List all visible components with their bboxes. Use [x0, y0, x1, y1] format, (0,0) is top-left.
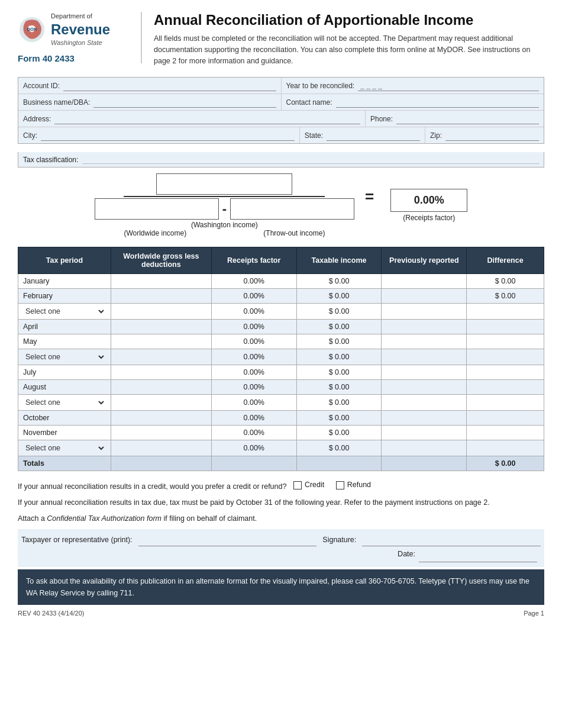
worldwide-cell[interactable] [111, 320, 211, 334]
period-cell[interactable]: Select oneJanuaryFebruaryMarchAprilMayJu… [18, 349, 111, 365]
previously-reported-input[interactable] [386, 323, 461, 331]
previously-reported-cell[interactable] [382, 274, 467, 289]
previously-reported-cell[interactable] [382, 380, 467, 395]
taxable-cell: $ 0.00 [296, 304, 382, 320]
period-cell[interactable]: Select oneJanuaryFebruaryMarchAprilMayJu… [18, 440, 111, 456]
throwout-income-box[interactable] [230, 198, 354, 220]
previously-reported-input[interactable] [386, 277, 461, 285]
period-cell[interactable]: October [18, 411, 111, 426]
previously-reported-input[interactable] [386, 383, 461, 391]
worldwide-cell[interactable] [111, 395, 211, 411]
period-cell[interactable]: February [18, 289, 111, 304]
taxable-cell: $ 0.00 [296, 395, 382, 411]
contact-input[interactable] [336, 96, 539, 108]
city-input[interactable] [41, 130, 295, 141]
worldwide-cell[interactable] [111, 304, 211, 320]
year-input[interactable] [358, 80, 539, 91]
receipts-cell: 0.00% [211, 395, 296, 411]
worldwide-input[interactable] [116, 368, 206, 376]
previously-reported-cell[interactable] [382, 349, 467, 365]
worldwide-cell[interactable] [111, 334, 211, 349]
period-cell[interactable]: April [18, 320, 111, 334]
date-input[interactable] [419, 550, 537, 562]
state-input[interactable] [327, 130, 420, 141]
worldwide-input[interactable] [116, 353, 206, 361]
worldwide-input[interactable] [116, 383, 206, 391]
previously-reported-cell[interactable] [382, 365, 467, 380]
previously-reported-input[interactable] [386, 368, 461, 376]
worldwide-cell[interactable] [111, 411, 211, 426]
fraction-labels: (Washington income) [124, 221, 325, 229]
period-cell[interactable]: July [18, 365, 111, 380]
worldwide-input[interactable] [116, 307, 206, 315]
table-row: April0.00%$ 0.00 [18, 320, 544, 334]
worldwide-cell[interactable] [111, 365, 211, 380]
worldwide-input[interactable] [116, 337, 206, 346]
worldwide-cell[interactable] [111, 380, 211, 395]
period-select[interactable]: Select oneJanuaryFebruaryMarchAprilMayJu… [23, 307, 106, 316]
business-input[interactable] [93, 96, 276, 108]
receipts-cell: 0.00% [211, 380, 296, 395]
attach-line: Attach a Confidential Tax Authorization … [18, 513, 544, 524]
period-select[interactable]: Select oneJanuaryFebruaryMarchAprilMayJu… [23, 398, 106, 407]
worldwide-input[interactable] [116, 323, 206, 331]
previously-reported-input[interactable] [386, 398, 461, 407]
period-cell[interactable]: Select oneJanuaryFebruaryMarchAprilMayJu… [18, 395, 111, 411]
worldwide-cell[interactable] [111, 426, 211, 440]
worldwide-input[interactable] [116, 444, 206, 452]
previously-reported-input[interactable] [386, 429, 461, 437]
previously-reported-cell[interactable] [382, 426, 467, 440]
address-label: Address: [23, 115, 51, 123]
worldwide-cell[interactable] [111, 440, 211, 456]
credit-checkbox[interactable] [293, 481, 302, 489]
period-cell[interactable]: January [18, 274, 111, 289]
previously-reported-input[interactable] [386, 414, 461, 422]
washington-income-input[interactable] [175, 179, 274, 188]
refund-checkbox[interactable] [336, 481, 344, 489]
address-input[interactable] [54, 113, 360, 124]
worldwide-input[interactable] [116, 277, 206, 285]
previously-reported-input[interactable] [386, 292, 461, 300]
fraction-line [124, 196, 325, 197]
previously-reported-input[interactable] [386, 307, 461, 315]
throwout-income-input[interactable] [243, 204, 342, 212]
period-select[interactable]: Select oneJanuaryFebruaryMarchAprilMayJu… [23, 443, 106, 453]
zip-input[interactable] [445, 130, 539, 141]
signature-input[interactable] [362, 534, 541, 546]
worldwide-cell[interactable] [111, 274, 211, 289]
previously-reported-cell[interactable] [382, 304, 467, 320]
page-header: DOR Department of Revenue Washington Sta… [18, 12, 544, 66]
credit-checkbox-group: Credit [293, 479, 324, 491]
period-cell[interactable]: Select oneJanuaryFebruaryMarchAprilMayJu… [18, 304, 111, 320]
previously-reported-cell[interactable] [382, 320, 467, 334]
period-cell[interactable]: August [18, 380, 111, 395]
worldwide-input[interactable] [116, 414, 206, 422]
account-id-input[interactable] [63, 80, 276, 91]
table-row: October0.00%$ 0.00 [18, 411, 544, 426]
fraction-block: - (Washington income) (Worldwide income)… [95, 173, 354, 237]
account-year-row: Account ID: Year to be reconciled: [18, 78, 544, 94]
worldwide-cell[interactable] [111, 289, 211, 304]
previously-reported-cell[interactable] [382, 440, 467, 456]
worldwide-input[interactable] [116, 398, 206, 407]
taxpayer-input[interactable] [138, 534, 317, 546]
phone-input[interactable] [396, 113, 539, 124]
address-cell: Address: [18, 111, 366, 127]
worldwide-input[interactable] [116, 292, 206, 300]
period-select[interactable]: Select oneJanuaryFebruaryMarchAprilMayJu… [23, 352, 106, 362]
worldwide-income-box[interactable] [95, 198, 219, 220]
washington-income-box[interactable] [156, 173, 292, 195]
worldwide-cell[interactable] [111, 349, 211, 365]
tax-class-input[interactable] [83, 155, 539, 164]
previously-reported-cell[interactable] [382, 289, 467, 304]
worldwide-input[interactable] [116, 429, 206, 437]
previously-reported-input[interactable] [386, 444, 461, 452]
previously-reported-input[interactable] [386, 337, 461, 346]
previously-reported-cell[interactable] [382, 334, 467, 349]
previously-reported-input[interactable] [386, 353, 461, 361]
period-cell[interactable]: November [18, 426, 111, 440]
period-cell[interactable]: May [18, 334, 111, 349]
previously-reported-cell[interactable] [382, 411, 467, 426]
previously-reported-cell[interactable] [382, 395, 467, 411]
worldwide-income-input[interactable] [107, 204, 206, 212]
